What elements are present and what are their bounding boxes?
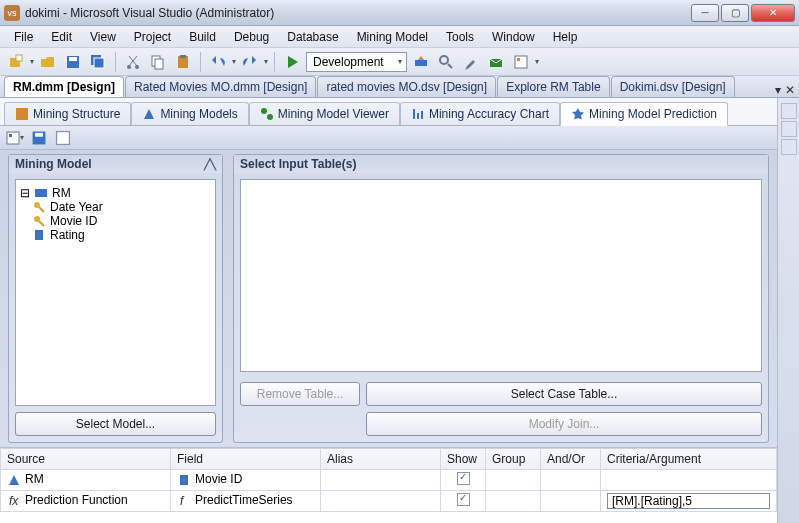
menu-database[interactable]: Database [279,28,346,46]
open-icon[interactable] [37,51,59,73]
deploy-icon[interactable] [410,51,432,73]
cell-alias[interactable] [321,490,441,511]
tab-rm-dmm[interactable]: RM.dmm [Design] [4,76,124,97]
tree-node[interactable]: Rating [20,228,211,242]
menu-tools[interactable]: Tools [438,28,482,46]
close-document-icon[interactable]: ✕ [785,83,795,97]
col-criteria[interactable]: Criteria/Argument [601,449,777,469]
cell-criteria[interactable] [601,469,777,490]
svg-rect-9 [155,59,163,69]
mining-model-panel: Mining Model ╱╲ ⊟ RM Date Year [8,154,223,443]
document-tabs: RM.dmm [Design] Rated Movies MO.dmm [Des… [0,76,799,98]
save-query-icon[interactable] [30,129,48,147]
menu-debug[interactable]: Debug [226,28,277,46]
maximize-button[interactable]: ▢ [721,4,749,22]
col-alias[interactable]: Alias [321,449,441,469]
input-tables-area[interactable] [240,179,762,372]
subtab-accuracy-chart[interactable]: Mining Accuracy Chart [400,102,560,125]
rail-button[interactable] [781,103,797,119]
menu-help[interactable]: Help [545,28,586,46]
dropdown-icon[interactable]: ▾ [30,57,34,66]
menu-project[interactable]: Project [126,28,179,46]
singleton-query-icon[interactable] [54,129,72,147]
menu-file[interactable]: File [6,28,41,46]
tree-node[interactable]: Date Year [20,200,211,214]
tree-root-label: RM [52,186,71,200]
subtab-mining-structure[interactable]: Mining Structure [4,102,131,125]
redo-icon[interactable] [239,51,261,73]
select-case-table-button[interactable]: Select Case Table... [366,382,762,406]
col-source[interactable]: Source [1,449,171,469]
subtab-model-viewer[interactable]: Mining Model Viewer [249,102,400,125]
tree-node[interactable]: Movie ID [20,214,211,228]
undo-dropdown-icon[interactable]: ▾ [232,57,236,66]
select-input-panel: Select Input Table(s) Remove Table... Se… [233,154,769,443]
start-debug-icon[interactable] [281,51,303,73]
col-andor[interactable]: And/Or [541,449,601,469]
tab-explore-rm[interactable]: Explore RM Table [497,76,610,97]
cell-group[interactable] [486,469,541,490]
solution-config-combo[interactable]: Development ▾ [306,52,407,72]
cell-criteria[interactable]: [RM].[Rating],5 [601,490,777,511]
cut-icon[interactable] [122,51,144,73]
grid-row[interactable]: fxPrediction Function fPredictTimeSeries… [1,490,777,511]
toolbox-icon[interactable] [485,51,507,73]
menu-window[interactable]: Window [484,28,543,46]
window-title: dokimi - Microsoft Visual Studio (Admini… [25,6,689,20]
menu-edit[interactable]: Edit [43,28,80,46]
svg-rect-5 [94,58,104,68]
minimize-button[interactable]: ─ [691,4,719,22]
chart-icon [411,107,425,121]
subtab-mining-models[interactable]: Mining Models [131,102,248,125]
col-field[interactable]: Field [171,449,321,469]
model-tree[interactable]: ⊟ RM Date Year Movie ID [15,179,216,406]
function-icon: f [177,494,191,508]
show-checkbox[interactable] [457,493,470,506]
redo-dropdown-icon[interactable]: ▾ [264,57,268,66]
subtab-label: Mining Models [160,107,237,121]
active-files-dropdown-icon[interactable]: ▾ [775,83,781,97]
cell-andor[interactable] [541,490,601,511]
col-group[interactable]: Group [486,449,541,469]
switch-view-icon[interactable]: ▾ [6,129,24,147]
properties-icon[interactable] [460,51,482,73]
tab-rated-movies-dmm[interactable]: Rated Movies MO.dmm [Design] [125,76,316,97]
expand-icon[interactable]: ⊟ [20,186,30,200]
work-area: Mining Structure Mining Models Mining Mo… [0,98,799,523]
tree-root[interactable]: ⊟ RM [20,186,211,200]
subtab-model-prediction[interactable]: Mining Model Prediction [560,102,728,126]
modify-join-button[interactable]: Modify Join... [366,412,762,436]
cell-andor[interactable] [541,469,601,490]
collapse-icon[interactable] [759,159,762,170]
rail-button[interactable] [781,139,797,155]
remove-table-button[interactable]: Remove Table... [240,382,360,406]
menu-build[interactable]: Build [181,28,224,46]
paste-icon[interactable] [172,51,194,73]
show-checkbox[interactable] [457,472,470,485]
prediction-toolbar: ▾ [0,126,777,150]
undo-icon[interactable] [207,51,229,73]
save-all-icon[interactable] [87,51,109,73]
close-button[interactable]: ✕ [751,4,795,22]
criteria-input[interactable]: [RM].[Rating],5 [607,493,770,509]
find-icon[interactable] [435,51,457,73]
menu-view[interactable]: View [82,28,124,46]
select-model-button[interactable]: Select Model... [15,412,216,436]
cell-group[interactable] [486,490,541,511]
rail-button[interactable] [781,121,797,137]
copy-icon[interactable] [147,51,169,73]
cell-source: RM [25,472,44,486]
collapse-icon[interactable]: ╱╲ [204,159,216,170]
object-browser-icon[interactable] [510,51,532,73]
menu-mining-model[interactable]: Mining Model [349,28,436,46]
save-icon[interactable] [62,51,84,73]
cell-alias[interactable] [321,469,441,490]
model-icon [7,473,21,487]
tab-rated-movies-dsv[interactable]: rated movies MO.dsv [Design] [317,76,496,97]
grid-row[interactable]: RM Movie ID [1,469,777,490]
new-project-icon[interactable] [5,51,27,73]
col-show[interactable]: Show [441,449,486,469]
tab-dokimi-dsv[interactable]: Dokimi.dsv [Design] [611,76,735,97]
dropdown-icon[interactable]: ▾ [535,57,539,66]
models-icon [142,107,156,121]
